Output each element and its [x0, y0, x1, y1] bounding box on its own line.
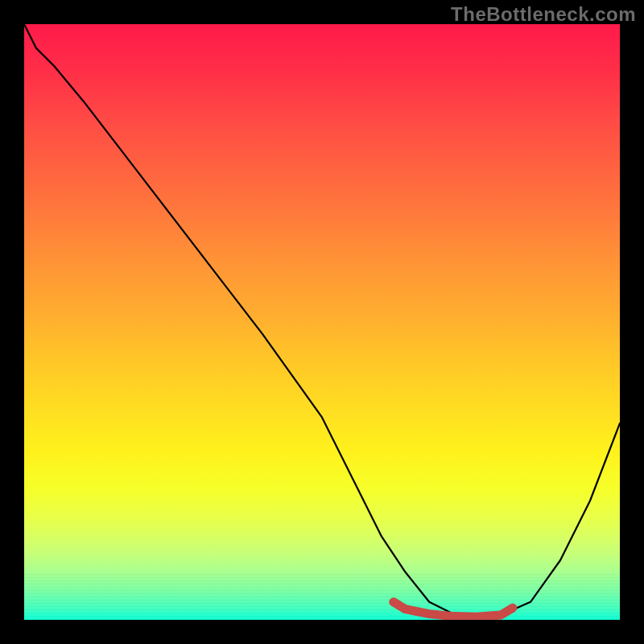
plot-area — [24, 24, 620, 620]
curve-svg — [24, 24, 620, 620]
optimal-range-path — [394, 602, 513, 617]
bottleneck-curve-path — [24, 24, 620, 617]
watermark-text: TheBottleneck.com — [451, 3, 636, 26]
chart-container: TheBottleneck.com — [0, 0, 644, 644]
